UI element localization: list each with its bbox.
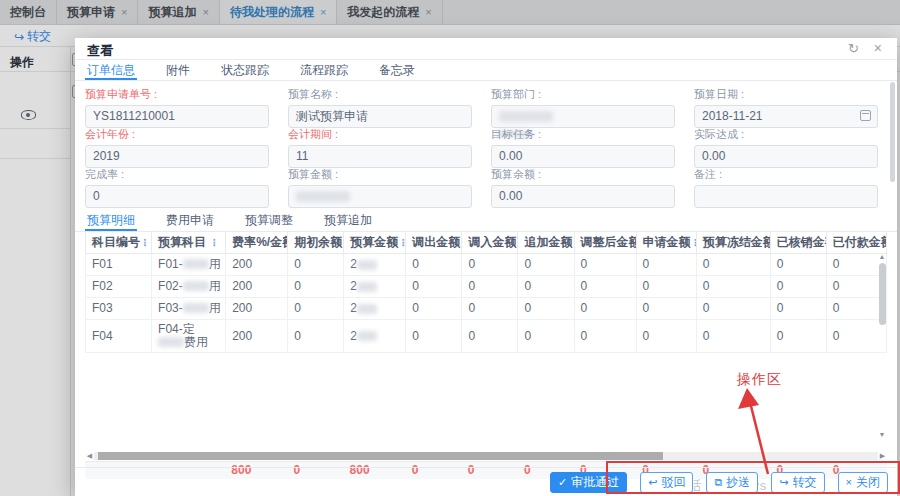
column-header-label: 调整后金额? <box>581 234 637 251</box>
annotation-arrow <box>722 386 777 478</box>
column-header[interactable]: 已付款金额 <box>826 232 886 253</box>
field-label: 预算申请单号 : <box>85 87 288 102</box>
scroll-right-icon[interactable]: ▶ <box>878 451 887 461</box>
field-input[interactable]: 2018-11-21 <box>694 105 878 128</box>
detail-tab[interactable]: 预算明细 <box>85 210 137 231</box>
table-cell: 0 <box>696 253 770 275</box>
scrollbar-thumb[interactable] <box>98 452 663 460</box>
column-header-inner: 预算金额⋮ <box>350 234 399 251</box>
modal-title: 查看 <box>87 42 113 60</box>
column-menu-icon[interactable]: ⋮ <box>398 237 406 248</box>
column-header[interactable]: 申请金额⋮ <box>636 232 696 253</box>
redacted-text <box>296 191 350 202</box>
column-header[interactable]: 科目编号⋮ <box>86 232 152 253</box>
column-header-inner: 费率%/金额 <box>232 234 281 251</box>
redacted-text <box>158 337 184 347</box>
check-icon: ✓ <box>558 476 567 489</box>
detail-tab[interactable]: 费用申请 <box>164 210 216 231</box>
column-header-label: 费率%/金额 <box>232 234 288 251</box>
table-cell: 0 <box>770 297 826 319</box>
column-header[interactable]: 预算冻结金额⋮ <box>696 232 770 253</box>
column-header-inner: 预算科目⋮ <box>158 234 219 251</box>
column-header-inner: 已核销金额⋮ <box>777 234 820 251</box>
field-input[interactable]: 0.00 <box>491 145 675 168</box>
column-menu-icon[interactable]: ⋮ <box>691 237 697 248</box>
table-cell: F03 <box>86 297 152 319</box>
form-field: 会计年份 :2019 <box>85 127 288 167</box>
column-header[interactable]: 调出金额⋮ <box>406 232 462 253</box>
column-header[interactable]: 已核销金额⋮ <box>770 232 826 253</box>
column-header-label: 科目编号 <box>92 234 140 251</box>
field-input[interactable]: 2019 <box>85 145 269 168</box>
modal-header: 查看 ↻ × <box>75 38 897 60</box>
column-header[interactable]: 预算金额⋮ <box>344 232 406 253</box>
table-cell: 0 <box>406 253 462 275</box>
column-header-label: 已付款金额 <box>833 234 887 251</box>
form-field: 备注 : <box>694 167 897 207</box>
redacted-text <box>357 282 377 292</box>
modal-tab[interactable]: 附件 <box>164 60 192 80</box>
column-menu-icon[interactable]: ⋮ <box>209 237 219 248</box>
field-label: 预算名称 : <box>288 87 491 102</box>
table-cell: F01-用 <box>152 253 226 275</box>
field-input[interactable] <box>288 185 472 208</box>
table-cell: 200 <box>226 253 288 275</box>
table-cell: 0 <box>696 275 770 297</box>
field-input[interactable] <box>694 185 878 208</box>
table-cell: 0 <box>406 275 462 297</box>
field-input[interactable]: 0.00 <box>491 185 675 208</box>
column-header-inner: 追加金额⋮ <box>524 234 567 251</box>
field-label: 完成率 : <box>85 167 288 182</box>
cell-text: 用 <box>209 279 221 293</box>
column-menu-icon[interactable]: ⋮ <box>140 237 150 248</box>
scroll-down-icon[interactable]: ▼ <box>877 431 887 439</box>
table-cell: 200 <box>226 275 288 297</box>
modal-tab[interactable]: 流程跟踪 <box>298 60 350 80</box>
modal-tab[interactable]: 订单信息 <box>85 60 137 80</box>
scroll-up-icon[interactable]: ▲ <box>877 253 887 261</box>
column-header[interactable]: 预算科目⋮ <box>152 232 226 253</box>
field-input[interactable]: 0 <box>85 185 269 208</box>
field-input[interactable]: 11 <box>288 145 472 168</box>
cell-text: 2 <box>350 257 357 271</box>
column-header[interactable]: 调整后金额?⋮ <box>574 232 636 253</box>
cell-text: F03- <box>158 301 183 315</box>
table-cell: 0 <box>288 297 344 319</box>
column-header[interactable]: 追加金额⋮ <box>518 232 574 253</box>
column-header[interactable]: 期初余额 <box>288 232 344 253</box>
field-input[interactable]: 0.00 <box>694 145 878 168</box>
table-cell: 0 <box>636 297 696 319</box>
table-cell: 0 <box>574 319 636 352</box>
table-row[interactable]: F04F04-定费用2000200000000 <box>86 319 887 352</box>
scrollbar-thumb[interactable] <box>890 82 895 182</box>
table-row[interactable]: F03F03-用2000200000000 <box>86 297 887 319</box>
close-icon[interactable]: × <box>874 40 882 56</box>
field-input[interactable]: YS1811210001 <box>85 105 269 128</box>
scroll-left-icon[interactable]: ◀ <box>85 451 94 461</box>
column-header-inner: 科目编号⋮ <box>92 234 145 251</box>
modal-scrollbar[interactable] <box>890 64 896 464</box>
table-cell: 0 <box>636 319 696 352</box>
column-header-inner: 已付款金额 <box>833 234 880 251</box>
table-vertical-scrollbar[interactable]: ▲ ▼ <box>877 253 887 451</box>
scrollbar-thumb[interactable] <box>879 263 886 325</box>
detail-tab[interactable]: 预算追加 <box>322 210 374 231</box>
field-label: 目标任务 : <box>491 127 694 142</box>
column-header-label: 期初余额 <box>294 234 342 251</box>
column-header-inner: 预算冻结金额⋮ <box>703 234 764 251</box>
table-row[interactable]: F02F02-用2000200000000 <box>86 275 887 297</box>
field-label: 实际达成 : <box>694 127 897 142</box>
column-header-label: 追加金额 <box>524 234 572 251</box>
refresh-icon[interactable]: ↻ <box>848 41 859 56</box>
modal-tab[interactable]: 状态跟踪 <box>219 60 271 80</box>
table-row[interactable]: F01F01-用2000200000000 <box>86 253 887 275</box>
field-input[interactable]: 测试预算申请 <box>288 105 472 128</box>
modal-tab[interactable]: 备忘录 <box>377 60 417 80</box>
column-header-inner: 调整后金额?⋮ <box>581 234 630 251</box>
field-input[interactable] <box>491 105 675 128</box>
detail-tab[interactable]: 预算调整 <box>243 210 295 231</box>
column-header[interactable]: 调入金额⋮ <box>462 232 518 253</box>
column-header[interactable]: 费率%/金额 <box>226 232 288 253</box>
table-cell: 0 <box>518 297 574 319</box>
form-field: 完成率 :0 <box>85 167 288 207</box>
